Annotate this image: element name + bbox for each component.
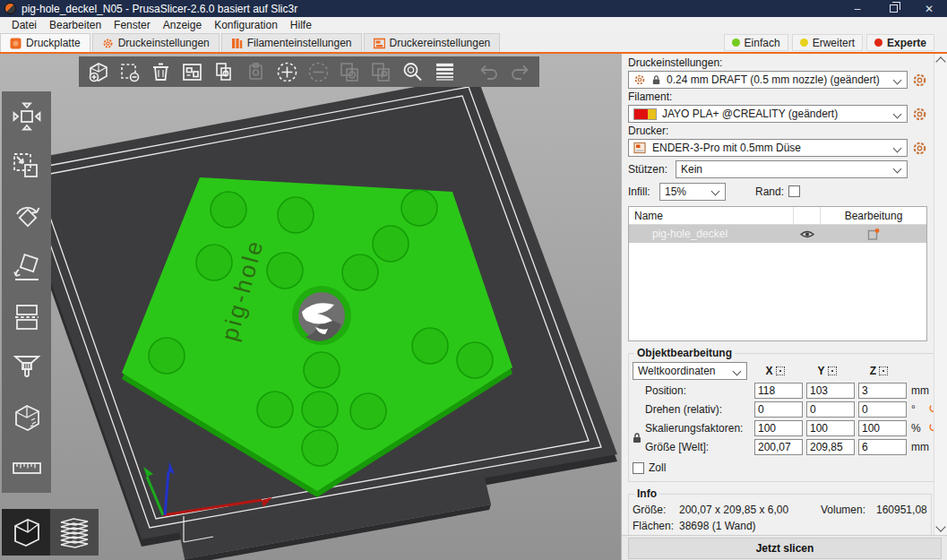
filament-combo[interactable]: JAYO PLA+ @CREALITY (geändert) xyxy=(628,105,908,123)
redo-icon[interactable] xyxy=(508,60,532,84)
rotation-x-field[interactable] xyxy=(754,401,803,418)
scroll-up-icon[interactable] xyxy=(935,56,945,66)
remove-instance-icon[interactable] xyxy=(306,60,331,84)
place-on-face-tool-icon[interactable] xyxy=(2,242,51,292)
print-settings-combo[interactable]: 0.24 mm DRAFT (0.5 mm nozzle) (geändert) xyxy=(628,71,908,89)
seam-paint-tool-icon[interactable] xyxy=(2,392,51,443)
menu-bar: Datei Bearbeiten Fenster Anzeige Konfigu… xyxy=(0,17,947,33)
paste-icon[interactable] xyxy=(244,60,268,84)
infill-value: 15% xyxy=(665,185,707,198)
menu-fenster[interactable]: Fenster xyxy=(108,17,157,33)
volume-info-value: 160951,08 xyxy=(876,504,927,516)
axis-z-header: Z xyxy=(855,365,903,377)
menu-hilfe[interactable]: Hilfe xyxy=(284,17,318,33)
move-tool-icon[interactable] xyxy=(2,91,51,142)
size-z-field[interactable] xyxy=(858,439,907,455)
position-z-field[interactable] xyxy=(858,383,907,399)
rotation-y-field[interactable] xyxy=(806,401,855,418)
menu-anzeige[interactable]: Anzeige xyxy=(157,17,208,33)
printer-label: Drucker: xyxy=(628,125,927,138)
tab-label: Filamenteinstellungen xyxy=(247,37,352,49)
panel-scrollbar[interactable] xyxy=(934,54,947,535)
tab-druckplatte[interactable]: Druckplatte xyxy=(0,33,90,52)
column-visibility xyxy=(794,207,821,224)
rotate-tool-icon[interactable] xyxy=(2,192,51,242)
red-dot-icon xyxy=(874,39,882,47)
measure-tool-icon[interactable] xyxy=(2,443,51,493)
rotation-z-field[interactable] xyxy=(858,401,907,418)
coordinates-value: Weltkoordinaten xyxy=(638,365,728,377)
delete-all-icon[interactable] xyxy=(149,60,173,84)
inches-checkbox[interactable] xyxy=(633,462,644,474)
size-info-value: 200,07 x 209,85 x 6,00 xyxy=(679,504,821,516)
axis-box-icon xyxy=(828,366,837,375)
scale-label: Skalierungsfaktoren: xyxy=(633,422,751,435)
object-list: Name Bearbeitung pig-hole_deckel xyxy=(628,206,927,341)
3d-viewport[interactable]: pig-hole xyxy=(0,54,621,560)
infill-label: Infill: xyxy=(628,185,655,198)
coordinates-combo[interactable]: Weltkoordinaten xyxy=(633,362,747,380)
edit-filament-button[interactable] xyxy=(912,107,927,122)
infill-combo[interactable]: 15% xyxy=(659,183,726,201)
arrange-icon[interactable] xyxy=(180,60,204,84)
minimize-button[interactable]: – xyxy=(839,0,875,17)
add-object-icon[interactable] xyxy=(86,60,110,84)
column-name: Name xyxy=(629,207,794,224)
preview-layers-button[interactable] xyxy=(50,509,99,556)
scale-z-field[interactable] xyxy=(858,420,907,436)
slice-bar: Jetzt slicen xyxy=(622,535,947,560)
menu-bearbeiten[interactable]: Bearbeiten xyxy=(43,17,108,33)
tab-label: Druckplatte xyxy=(26,37,81,49)
delete-object-icon[interactable] xyxy=(117,60,142,84)
center-hole xyxy=(292,286,351,345)
mode-einfach[interactable]: Einfach xyxy=(724,34,788,51)
unit-label: % xyxy=(907,422,928,435)
object-row[interactable]: pig-hole_deckel xyxy=(629,225,926,243)
menu-datei[interactable]: Datei xyxy=(5,17,43,33)
green-dot-icon xyxy=(732,39,740,47)
uniform-scale-lock-icon[interactable] xyxy=(632,432,642,444)
size-x-field[interactable] xyxy=(754,439,803,455)
undo-icon[interactable] xyxy=(477,60,501,84)
editor-3d-button[interactable] xyxy=(2,509,50,556)
print-settings-value: 0.24 mm DRAFT (0.5 mm nozzle) (geändert) xyxy=(667,73,889,86)
split-to-objects-icon[interactable] xyxy=(338,60,362,84)
mode-experte[interactable]: Experte xyxy=(866,34,934,51)
menu-konfiguration[interactable]: Konfiguration xyxy=(208,17,284,33)
edit-print-settings-button[interactable] xyxy=(912,73,927,88)
tab-druckeinstellungen[interactable]: Druckeinstellungen xyxy=(92,33,220,52)
add-instance-icon[interactable] xyxy=(275,60,299,84)
gear-icon xyxy=(633,73,646,86)
variable-layer-height-icon[interactable] xyxy=(433,60,457,84)
plater-icon xyxy=(10,38,22,49)
scale-y-field[interactable] xyxy=(806,420,855,436)
size-info-label: Größe: xyxy=(633,504,679,516)
scale-tool-icon[interactable] xyxy=(2,142,51,192)
size-y-field[interactable] xyxy=(806,439,855,455)
mode-erweitert[interactable]: Erweitert xyxy=(792,34,863,51)
paint-supports-tool-icon[interactable] xyxy=(2,342,51,392)
slice-now-button[interactable]: Jetzt slicen xyxy=(628,538,942,559)
object-name: pig-hole_deckel xyxy=(629,228,794,240)
title-bar: pig-hole_deckel_N05 - PrusaSlicer-2.6.0 … xyxy=(0,0,947,17)
cut-tool-icon[interactable] xyxy=(2,292,51,342)
split-to-parts-icon[interactable] xyxy=(369,60,393,84)
close-button[interactable]: ✕ xyxy=(911,0,947,17)
edit-printer-button[interactable] xyxy=(912,141,927,156)
scroll-down-icon[interactable] xyxy=(935,521,945,531)
printer-combo[interactable]: ENDER-3-Pro mit 0.5mm Düse xyxy=(628,139,908,157)
copy-icon[interactable] xyxy=(212,60,237,84)
position-x-field[interactable] xyxy=(754,383,803,399)
edit-object-icon[interactable] xyxy=(821,228,926,240)
supports-combo[interactable]: Kein xyxy=(676,160,908,178)
position-y-field[interactable] xyxy=(806,383,855,399)
tab-druckereinstellungen[interactable]: Druckereinstellungen xyxy=(364,33,501,52)
eye-icon[interactable] xyxy=(794,229,821,239)
restore-button[interactable] xyxy=(875,0,911,17)
unit-label: ° xyxy=(907,403,928,416)
axis-box-icon xyxy=(879,366,888,375)
search-icon[interactable] xyxy=(400,60,425,84)
brim-checkbox[interactable] xyxy=(788,185,800,197)
scale-x-field[interactable] xyxy=(754,420,803,436)
tab-filamenteinstellungen[interactable]: Filamenteinstellungen xyxy=(221,33,362,52)
